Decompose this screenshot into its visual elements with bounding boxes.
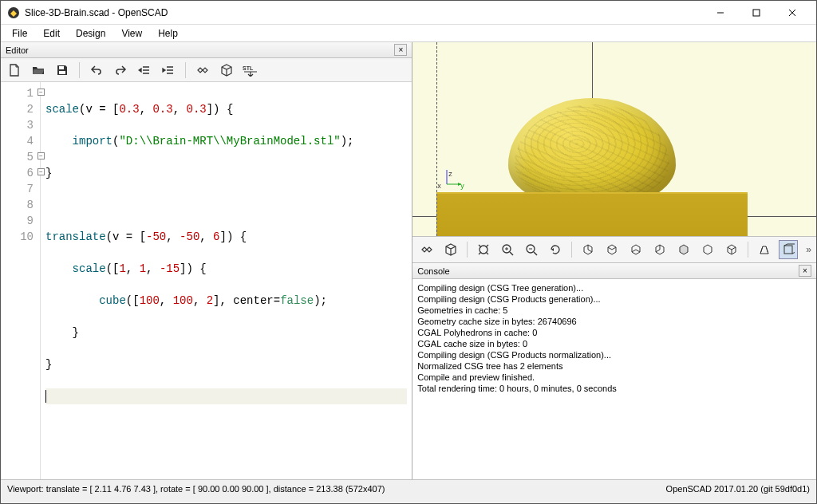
preview-icon[interactable] — [417, 240, 436, 259]
unindent-icon[interactable] — [136, 61, 153, 79]
3d-viewport[interactable]: zyx — [412, 42, 816, 236]
svg-rect-5 — [59, 66, 64, 69]
console-panel-title: Console — [417, 266, 449, 276]
maximize-button[interactable] — [738, 2, 774, 24]
window-title: Slice-3D-Brain.scad - OpenSCAD — [25, 7, 702, 18]
view-all-icon[interactable] — [474, 240, 493, 259]
console-line: Geometry cache size in bytes: 26740696 — [417, 316, 811, 327]
svg-rect-2 — [753, 10, 760, 16]
console-close-icon[interactable]: × — [799, 265, 811, 277]
console-line: Normalized CSG tree has 2 elements — [417, 360, 811, 372]
undo-icon[interactable] — [88, 61, 105, 79]
console-line: Geometries in cache: 5 — [417, 305, 811, 316]
save-file-icon[interactable] — [53, 61, 71, 79]
code-editor[interactable]: 1− 2 3 4 5− 6− 7 8 9 10 scale(v = [0.3, … — [1, 82, 412, 479]
svg-line-13 — [510, 252, 513, 255]
diagonal-view-icon[interactable] — [722, 240, 741, 259]
console-line: CGAL Polyhedrons in cache: 0 — [417, 327, 811, 338]
reset-view-icon[interactable] — [546, 240, 565, 259]
editor-panel-header: Editor × — [1, 42, 412, 58]
console-panel-header: Console × — [412, 263, 816, 279]
title-bar: Slice-3D-Brain.scad - OpenSCAD — [1, 1, 816, 25]
render-icon[interactable] — [441, 240, 460, 259]
front-view-icon[interactable] — [674, 240, 693, 259]
svg-line-17 — [534, 252, 537, 255]
new-file-icon[interactable] — [6, 61, 23, 79]
right-view-icon[interactable] — [578, 240, 598, 259]
open-file-icon[interactable] — [30, 61, 47, 79]
status-bar: Viewport: translate = [ 2.11 4.76 7.43 ]… — [1, 479, 816, 497]
editor-panel-title: Editor — [6, 45, 29, 55]
svg-text:STL: STL — [243, 65, 254, 71]
grid-dash-v — [436, 42, 437, 236]
console-line: Compiling design (CSG Products generatio… — [417, 293, 811, 305]
left-view-icon[interactable] — [650, 240, 669, 259]
menu-view[interactable]: View — [113, 26, 150, 41]
svg-rect-20 — [784, 246, 792, 254]
viewport-toolbar: » — [412, 236, 816, 263]
fold-icon[interactable]: − — [37, 152, 45, 159]
indent-icon[interactable] — [160, 61, 177, 79]
menu-help[interactable]: Help — [150, 26, 186, 41]
line-number-gutter: 1− 2 3 4 5− 6− 7 8 9 10 — [1, 82, 41, 479]
render-icon[interactable] — [218, 61, 235, 79]
menu-design[interactable]: Design — [68, 26, 113, 41]
console-line: Total rendering time: 0 hours, 0 minutes… — [417, 383, 811, 394]
status-version: OpenSCAD 2017.01.20 (git 59df0d1) — [666, 484, 810, 494]
code-text[interactable]: scale(v = [0.3, 0.3, 0.3]) { import("D:\… — [41, 82, 412, 479]
console-line: CGAL cache size in bytes: 0 — [417, 338, 811, 349]
toolbar-overflow-icon[interactable]: » — [806, 244, 811, 255]
console-output[interactable]: Compiling design (CSG Tree generation)..… — [412, 279, 816, 479]
top-view-icon[interactable] — [602, 240, 622, 259]
redo-icon[interactable] — [112, 61, 129, 79]
status-viewport-info: Viewport: translate = [ 2.11 4.76 7.43 ]… — [7, 484, 385, 494]
editor-toolbar: STL — [1, 58, 412, 82]
cube-block — [436, 192, 748, 236]
zoom-in-icon[interactable] — [498, 240, 517, 259]
menu-file[interactable]: File — [4, 26, 35, 41]
menu-edit[interactable]: Edit — [35, 26, 68, 41]
perspective-icon[interactable] — [755, 240, 774, 259]
orthographic-icon[interactable] — [779, 240, 798, 259]
editor-close-icon[interactable]: × — [394, 44, 407, 56]
bottom-view-icon[interactable] — [626, 240, 645, 259]
app-icon — [7, 6, 20, 19]
back-view-icon[interactable] — [698, 240, 717, 259]
export-stl-icon[interactable]: STL — [242, 61, 259, 79]
zoom-out-icon[interactable] — [522, 240, 541, 259]
fold-icon[interactable]: − — [37, 168, 45, 175]
preview-icon[interactable] — [194, 61, 211, 79]
fold-icon[interactable]: − — [37, 89, 45, 96]
minimize-button[interactable] — [702, 2, 738, 24]
menu-bar: File Edit Design View Help — [1, 25, 816, 42]
svg-rect-6 — [59, 71, 65, 74]
console-line: Compiling design (CSG Tree generation)..… — [417, 282, 811, 293]
console-line: Compiling design (CSG Products normaliza… — [417, 349, 811, 360]
close-button[interactable] — [774, 2, 810, 24]
console-line: Compile and preview finished. — [417, 372, 811, 383]
